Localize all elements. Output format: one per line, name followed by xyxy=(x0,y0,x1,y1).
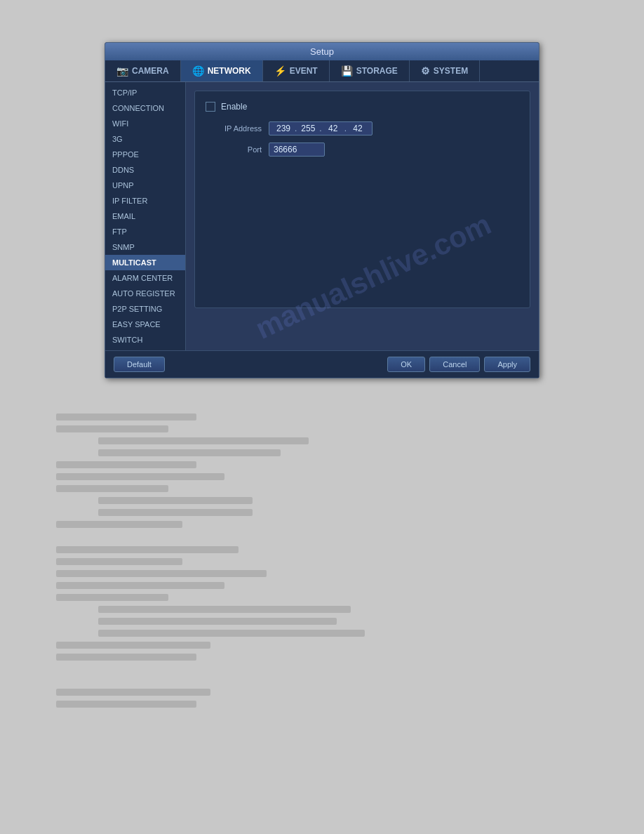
ip-octet3-input[interactable] xyxy=(323,124,344,133)
sidebar-item-switch[interactable]: SWITCH xyxy=(105,332,185,348)
text-line xyxy=(98,618,337,625)
storage-icon: 💾 xyxy=(341,65,353,77)
dialog-title: Setup xyxy=(310,46,334,57)
multicast-panel: Enable IP Address . . . xyxy=(194,91,530,308)
dialog-footer: Default OK Cancel Apply xyxy=(105,350,539,378)
sidebar-item-upnp[interactable]: UPNP xyxy=(105,178,185,193)
network-icon: 🌐 xyxy=(192,65,204,77)
tab-system[interactable]: ⚙ SYSTEM xyxy=(410,60,480,81)
text-line xyxy=(56,473,224,480)
text-content xyxy=(0,399,644,730)
ip-address-label: IP Address xyxy=(206,124,262,133)
sidebar-item-autoregister[interactable]: AUTO REGISTER xyxy=(105,286,185,301)
text-line xyxy=(56,413,196,421)
text-line xyxy=(56,521,182,528)
system-icon: ⚙ xyxy=(421,65,430,77)
sidebar: TCP/IP CONNECTION WIFI 3G PPPOE DDNS UPN… xyxy=(105,82,186,350)
text-line xyxy=(56,654,196,661)
text-line xyxy=(98,449,281,456)
ip-octet2-input[interactable] xyxy=(297,124,318,133)
sidebar-item-wifi[interactable]: WIFI xyxy=(105,116,185,131)
ok-button[interactable]: OK xyxy=(387,357,425,372)
sidebar-item-email[interactable]: EMAIL xyxy=(105,208,185,224)
text-line xyxy=(56,570,267,577)
sidebar-item-ftp[interactable]: FTP xyxy=(105,224,185,239)
text-block-2 xyxy=(56,546,588,661)
ip-octet4-input[interactable] xyxy=(347,124,368,133)
text-line xyxy=(98,437,309,444)
text-block-3 xyxy=(56,689,588,708)
port-input[interactable] xyxy=(269,143,325,157)
main-content-area: Enable IP Address . . . xyxy=(186,82,539,350)
text-line xyxy=(98,509,253,516)
dialog-body: TCP/IP CONNECTION WIFI 3G PPPOE DDNS UPN… xyxy=(105,82,539,350)
port-row: Port xyxy=(206,143,519,157)
sidebar-item-ipfilter[interactable]: IP FILTER xyxy=(105,193,185,208)
ip-octet1-input[interactable] xyxy=(273,124,294,133)
sidebar-item-p2psetting[interactable]: P2P SETTING xyxy=(105,301,185,317)
dialog-titlebar: Setup xyxy=(105,43,539,60)
tab-storage[interactable]: 💾 STORAGE xyxy=(330,60,410,81)
sidebar-item-snmp[interactable]: SNMP xyxy=(105,239,185,255)
text-line xyxy=(56,425,168,432)
text-line xyxy=(98,630,365,637)
text-line xyxy=(56,558,182,565)
sidebar-item-pppoe[interactable]: PPPOE xyxy=(105,147,185,162)
setup-dialog: Setup 📷 CAMERA 🌐 NETWORK ⚡ EVENT 💾 STORA… xyxy=(105,42,539,378)
sidebar-item-alarmcenter[interactable]: ALARM CENTER xyxy=(105,270,185,286)
sidebar-item-connection[interactable]: CONNECTION xyxy=(105,100,185,116)
text-line xyxy=(56,594,168,601)
ip-address-row: IP Address . . . xyxy=(206,121,519,135)
tab-camera[interactable]: 📷 CAMERA xyxy=(105,60,181,81)
text-line xyxy=(56,546,239,553)
text-line xyxy=(56,689,210,696)
apply-button[interactable]: Apply xyxy=(484,357,530,372)
sidebar-item-multicast[interactable]: MULTICAST xyxy=(105,255,185,270)
camera-icon: 📷 xyxy=(116,65,128,77)
text-line xyxy=(56,461,196,468)
port-label: Port xyxy=(206,145,262,154)
sidebar-item-easyspace[interactable]: EASY SPACE xyxy=(105,317,185,332)
ip-input-group: . . . xyxy=(269,121,373,135)
text-line xyxy=(56,642,210,649)
cancel-button[interactable]: Cancel xyxy=(429,357,480,372)
enable-checkbox[interactable] xyxy=(206,102,215,112)
tab-event[interactable]: ⚡ EVENT xyxy=(263,60,330,81)
enable-row: Enable xyxy=(206,102,519,112)
event-icon: ⚡ xyxy=(274,65,286,77)
tab-bar: 📷 CAMERA 🌐 NETWORK ⚡ EVENT 💾 STORAGE ⚙ S… xyxy=(105,60,539,82)
sidebar-item-3g[interactable]: 3G xyxy=(105,131,185,147)
sidebar-item-tcpip[interactable]: TCP/IP xyxy=(105,85,185,100)
sidebar-item-ddns[interactable]: DDNS xyxy=(105,162,185,178)
text-line xyxy=(56,582,224,589)
text-line xyxy=(56,485,168,492)
text-block-1 xyxy=(56,413,588,528)
text-line xyxy=(98,606,351,613)
tab-network[interactable]: 🌐 NETWORK xyxy=(181,60,263,81)
text-line xyxy=(56,701,196,708)
footer-btn-group: OK Cancel Apply xyxy=(387,357,530,372)
text-line xyxy=(98,497,253,504)
enable-label: Enable xyxy=(221,102,247,112)
default-button[interactable]: Default xyxy=(114,357,165,372)
